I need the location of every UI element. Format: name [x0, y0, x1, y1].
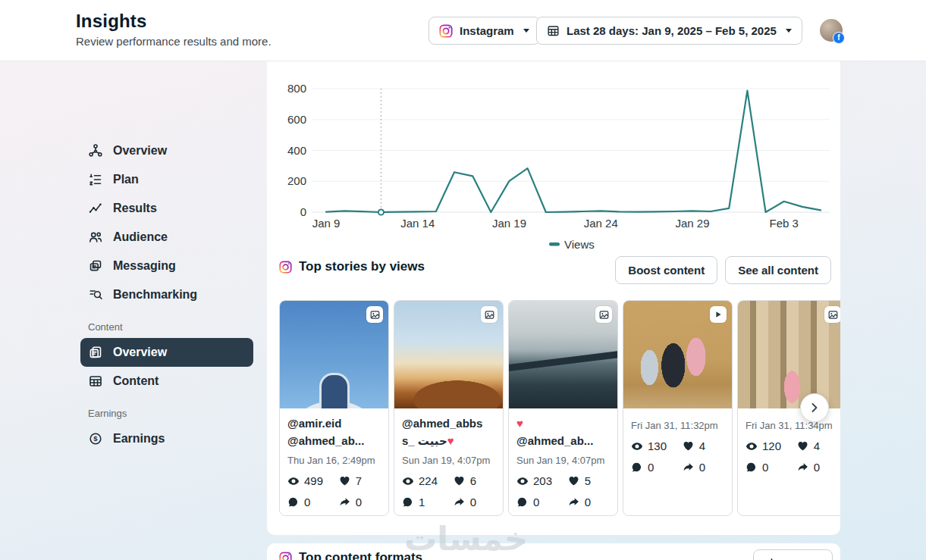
story-date: Thu Jan 16, 2:49pm — [287, 455, 381, 466]
sidebar-item-label: Results — [113, 202, 157, 215]
nodes-icon — [88, 143, 103, 158]
sidebar-item-label: Earnings — [113, 432, 165, 446]
story-card[interactable]: ♥@ahmed_ab... Sun Jan 19, 4:07pm 203 5 0… — [508, 300, 618, 516]
eye-icon — [746, 440, 757, 452]
sidebar-item-label: Benchmarking — [113, 288, 197, 302]
ordered-list-icon — [88, 172, 103, 187]
shares-stat: 0 — [339, 496, 381, 508]
photo-badge-icon — [366, 306, 383, 323]
instagram-icon — [439, 24, 453, 38]
story-thumbnail — [280, 301, 388, 408]
share-icon — [568, 496, 579, 508]
svg-text:Jan 14: Jan 14 — [400, 217, 435, 230]
sidebar-item-overview[interactable]: Overview — [80, 338, 253, 367]
profile-avatar[interactable]: f — [820, 19, 843, 42]
likes-count: 4 — [814, 440, 820, 452]
share-icon — [454, 496, 465, 508]
eye-icon — [631, 440, 642, 452]
heart-icon — [454, 475, 465, 486]
story-card[interactable]: @ahmed_abbss_ حبيت♥ Sun Jan 19, 4:07pm 2… — [394, 300, 504, 516]
comment-icon — [516, 496, 528, 508]
export-button-label: Export — [783, 557, 820, 560]
share-icon — [683, 461, 694, 473]
instagram-icon — [279, 552, 292, 560]
views-count: 224 — [419, 474, 438, 487]
sidebar-item-benchmarking[interactable]: Benchmarking — [80, 280, 253, 309]
benchmark-search-icon — [88, 287, 103, 302]
header: Insights Review performance results and … — [0, 0, 926, 61]
views-stat: 130 — [631, 440, 683, 452]
views-stat: 120 — [746, 440, 797, 452]
views-count: 203 — [533, 474, 552, 487]
sidebar-item-overview[interactable]: Overview — [80, 136, 253, 165]
sidebar-item-audience[interactable]: Audience — [80, 223, 253, 252]
svg-text:600: 600 — [287, 113, 306, 126]
heart-icon — [339, 475, 350, 486]
views-count: 120 — [762, 440, 781, 452]
story-caption: @ahmed_ab... — [516, 432, 610, 449]
story-date: Fri Jan 31, 11:32pm — [631, 420, 724, 431]
likes-stat: 6 — [454, 474, 495, 487]
likes-stat: 7 — [339, 474, 381, 487]
date-range-selector[interactable]: Last 28 days: Jan 9, 2025 – Feb 5, 2025 — [536, 17, 802, 45]
comment-icon — [631, 461, 642, 473]
scroll-right-button[interactable] — [800, 393, 829, 422]
instagram-icon — [279, 261, 292, 274]
boost-content-button[interactable]: Boost content — [615, 256, 717, 284]
svg-text:Jan 9: Jan 9 — [312, 217, 341, 230]
story-caption: ♥ — [516, 415, 610, 432]
frames-icon — [88, 345, 103, 360]
svg-text:800: 800 — [287, 82, 306, 95]
svg-text:Jan 29: Jan 29 — [675, 217, 709, 230]
views-line-chart: 0200400600800Jan 9Jan 14Jan 19Jan 24Jan … — [267, 68, 840, 258]
see-all-content-button[interactable]: See all content — [725, 256, 831, 284]
photo-badge-icon — [824, 306, 840, 323]
story-thumbnail — [394, 301, 503, 408]
likes-stat: 4 — [797, 440, 839, 452]
chevron-down-icon — [523, 29, 529, 33]
chevron-down-icon — [786, 29, 792, 33]
account-selector-label: Instagram — [460, 24, 514, 37]
video-badge-icon — [710, 306, 727, 323]
heart-icon — [683, 440, 694, 452]
views-count: 130 — [648, 440, 667, 452]
date-range-label: Last 28 days: Jan 9, 2025 – Feb 5, 2025 — [567, 24, 777, 37]
svg-text:Jan 19: Jan 19 — [492, 217, 526, 230]
shares-count: 0 — [470, 496, 476, 508]
export-button[interactable]: Export — [753, 549, 833, 560]
sidebar-item-label: Content — [113, 374, 159, 388]
comments-count: 0 — [533, 496, 539, 508]
heart-icon — [568, 475, 579, 486]
story-caption: @ahmed_abbs — [402, 415, 495, 432]
story-card[interactable]: @amir.eid@ahmed_ab... Thu Jan 16, 2:49pm… — [279, 300, 389, 516]
comments-count: 1 — [419, 496, 425, 508]
svg-text:Views: Views — [564, 238, 595, 251]
comments-stat: 0 — [516, 496, 568, 508]
sidebar-item-earnings[interactable]: $ Earnings — [80, 424, 253, 453]
comments-stat: 0 — [746, 461, 797, 474]
likes-count: 6 — [470, 474, 476, 487]
shares-count: 0 — [699, 461, 705, 474]
heart-icon — [797, 440, 808, 452]
sidebar: Overview Plan Results Audience Messaging… — [0, 61, 267, 560]
calendar-icon — [547, 24, 560, 37]
sidebar-item-messaging[interactable]: Messaging — [80, 252, 253, 280]
story-date: Fri Jan 31, 11:34pm — [746, 420, 839, 431]
views-stat: 203 — [516, 474, 568, 487]
story-caption: s_ حبيت♥ — [402, 432, 495, 449]
sidebar-item-results[interactable]: Results — [80, 194, 253, 223]
table-icon — [88, 374, 103, 389]
shares-stat: 0 — [797, 461, 839, 474]
comments-stat: 0 — [631, 461, 683, 474]
comment-icon — [287, 496, 299, 508]
photo-badge-icon — [595, 306, 612, 323]
account-selector[interactable]: Instagram — [428, 17, 540, 45]
eye-icon — [402, 475, 413, 486]
eye-icon — [287, 475, 299, 486]
sidebar-item-plan[interactable]: Plan — [80, 165, 253, 194]
story-card[interactable]: Fri Jan 31, 11:32pm 130 4 0 0 — [623, 300, 733, 516]
story-thumbnail — [509, 301, 617, 408]
content-overview-panel: 0200400600800Jan 9Jan 14Jan 19Jan 24Jan … — [267, 61, 840, 535]
sidebar-item-content[interactable]: Content — [80, 367, 253, 396]
likes-count: 4 — [699, 440, 705, 452]
